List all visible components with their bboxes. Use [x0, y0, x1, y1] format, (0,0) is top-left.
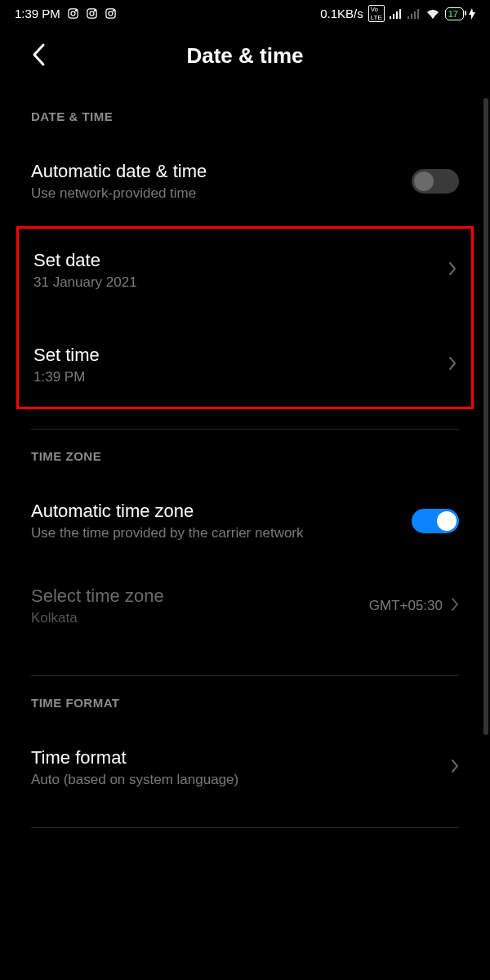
svg-rect-12: [399, 9, 401, 19]
scrollbar[interactable]: [483, 98, 488, 735]
row-time-format[interactable]: Time format Auto (based on system langua…: [31, 733, 459, 803]
chevron-right-icon: [448, 261, 457, 279]
chevron-right-icon: [451, 597, 459, 615]
section-label-timezone: TIME ZONE: [31, 449, 459, 463]
highlight-annotation: Set date 31 January 2021 Set time 1:39 P…: [16, 226, 474, 409]
status-time: 1:39 PM: [15, 7, 60, 20]
section-label-datetime: DATE & TIME: [31, 109, 459, 123]
signal-icon: [390, 9, 403, 19]
battery-icon: 17: [445, 7, 464, 20]
volte-icon: VoLTE: [368, 5, 385, 22]
page-header: Date & time: [0, 27, 490, 93]
wifi-icon: [425, 8, 440, 20]
back-button[interactable]: [31, 42, 46, 70]
svg-rect-10: [393, 14, 394, 19]
instagram-icon: [86, 7, 98, 20]
svg-point-8: [113, 11, 114, 11]
row-subtitle: Auto (based on system language): [31, 772, 451, 788]
section-label-format: TIME FORMAT: [31, 696, 459, 710]
instagram-icon: [67, 7, 79, 20]
instagram-icon: [105, 7, 117, 20]
row-title: Time format: [31, 747, 451, 768]
status-network-speed: 0.1KB/s: [320, 7, 363, 20]
row-title: Set time: [33, 345, 448, 366]
page-title: Date & time: [24, 43, 466, 69]
svg-rect-16: [417, 9, 419, 19]
chevron-right-icon: [451, 759, 459, 777]
row-title: Select time zone: [31, 586, 369, 607]
row-title: Automatic date & time: [31, 161, 412, 182]
row-subtitle: 1:39 PM: [33, 369, 448, 385]
row-select-timezone: Select time zone Kolkata GMT+05:30: [31, 571, 459, 641]
svg-point-5: [94, 11, 95, 11]
svg-point-4: [90, 11, 94, 16]
svg-rect-11: [396, 11, 398, 19]
row-subtitle: Kolkata: [31, 610, 369, 626]
charging-icon: [469, 8, 475, 20]
svg-rect-15: [414, 11, 416, 19]
divider: [31, 429, 459, 430]
row-subtitle: 31 January 2021: [33, 274, 448, 291]
svg-rect-14: [411, 14, 412, 19]
row-title: Automatic time zone: [31, 501, 412, 522]
svg-rect-9: [390, 16, 391, 19]
svg-point-7: [109, 11, 113, 16]
status-bar: 1:39 PM 0.1KB/s VoLTE 17: [0, 0, 490, 27]
svg-point-1: [71, 11, 75, 16]
row-set-date[interactable]: Set date 31 January 2021: [33, 235, 457, 305]
row-auto-date-time[interactable]: Automatic date & time Use network-provid…: [31, 146, 459, 216]
svg-rect-13: [408, 16, 409, 19]
row-subtitle: Use the time provided by the carrier net…: [31, 525, 412, 541]
divider: [31, 827, 459, 828]
signal-icon-2: [408, 9, 421, 19]
row-title: Set date: [33, 250, 448, 271]
row-subtitle: Use network-provided time: [31, 185, 412, 202]
divider: [31, 675, 459, 676]
chevron-right-icon: [448, 356, 457, 374]
row-auto-timezone[interactable]: Automatic time zone Use the time provide…: [31, 486, 459, 556]
toggle-auto-date-time[interactable]: [412, 169, 459, 194]
svg-point-2: [75, 11, 76, 11]
toggle-auto-timezone[interactable]: [412, 509, 459, 533]
timezone-value: GMT+05:30: [369, 598, 443, 614]
row-set-time[interactable]: Set time 1:39 PM: [33, 330, 457, 400]
